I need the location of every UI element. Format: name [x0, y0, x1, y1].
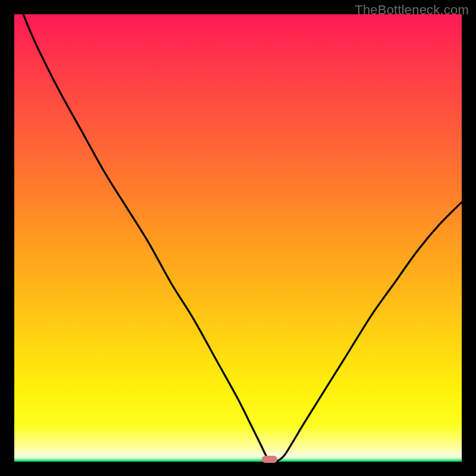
curve-path: [23, 14, 462, 462]
bottleneck-curve: [14, 14, 462, 462]
attribution-label: TheBottleneck.com: [355, 2, 469, 18]
minimum-marker: [262, 456, 277, 463]
chart-frame: TheBottleneck.com: [0, 0, 476, 476]
plot-area: [14, 14, 462, 462]
